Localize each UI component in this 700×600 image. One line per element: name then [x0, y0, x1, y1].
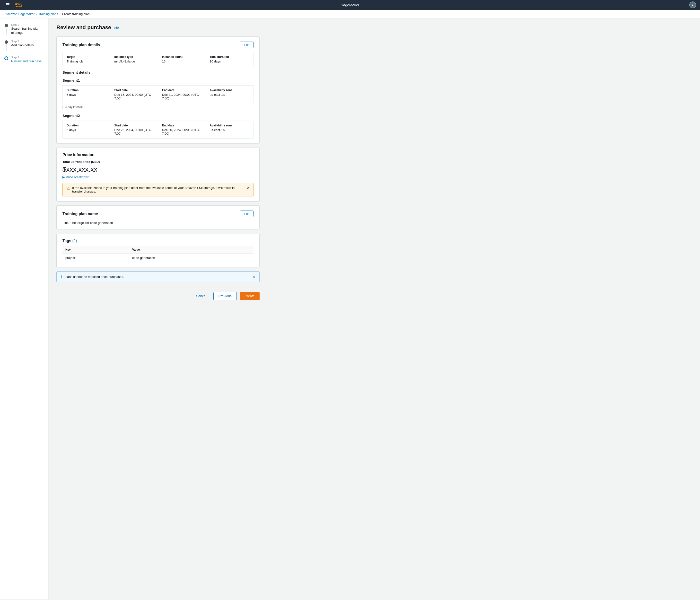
warning-banner: ⚠ If the available zones in your trainin… [62, 183, 253, 196]
step-1-indicator [4, 24, 9, 34]
training-plan-name-header: Training plan name Edit [62, 210, 253, 217]
step-3-label: Step 3 [11, 56, 45, 59]
segment2-start-date-value: Dec 25, 2024, 00:00 (UTC-7:00) [114, 128, 154, 135]
segment1-grid: Duration 5 days Start date Dec 16, 2024,… [62, 85, 253, 103]
segment2-duration-value: 5 days [67, 128, 106, 132]
segment1-start-date-label: Start date [114, 89, 154, 92]
step-2-line [6, 44, 6, 51]
previous-button[interactable]: Previous [214, 292, 237, 300]
footer-actions: Cancel Previous Create [56, 288, 259, 308]
warning-content: ⚠ If the available zones in your trainin… [67, 186, 244, 193]
segment2-end-date-label: End date [162, 124, 202, 127]
price-information-card: Price information Total upfront price (U… [56, 148, 259, 202]
segment2-title: Segment2 [62, 114, 253, 118]
segment1-start-date: Start date Dec 16, 2024, 00:00 (UTC-7:00… [110, 85, 158, 103]
step-3-title: Review and purchase [11, 59, 45, 64]
step-2: Step 2 Add plan details [4, 40, 45, 51]
aws-logo [15, 0, 23, 9]
segment1-start-date-value: Dec 16, 2024, 00:00 (UTC-7:00) [114, 93, 154, 100]
segment1-duration: Duration 5 days [63, 85, 110, 103]
detail-instance-count-value: 16 [162, 59, 202, 63]
price-card-title: Price information [62, 153, 253, 157]
tags-count: (1) [72, 239, 77, 243]
price-breakdown-link[interactable]: ▶ Price breakdown [62, 175, 253, 179]
step-1-text: Step 1 Search training plan offerings [11, 23, 45, 35]
segment2-az-label: Availability zone [210, 124, 249, 127]
training-plan-name-card: Training plan name Edit Fine-tune-large-… [56, 205, 259, 230]
info-banner-close-button[interactable]: ✕ [252, 274, 255, 279]
training-plan-name-edit-button[interactable]: Edit [240, 210, 253, 217]
sidebar: Step 1 Search training plan offerings St… [0, 19, 49, 599]
step-3: Step 3 Review and purchase [4, 56, 45, 64]
detail-target: Target Training job [63, 52, 110, 66]
tag-key-cell: project [62, 254, 129, 262]
detail-total-duration-value: 10 days [210, 59, 249, 63]
detail-instance-count: Instance count 16 [158, 52, 206, 66]
plan-name-value: Fine-tune-large-llm-code-generation [62, 221, 253, 225]
tags-table: Key Value project code-generation [62, 246, 253, 262]
breakdown-label: Price breakdown [66, 175, 90, 179]
breadcrumb-sagemaker[interactable]: Amazon SageMaker [6, 12, 34, 16]
app-title: SageMaker [341, 3, 359, 7]
page-title-row: Review and purchase Info [56, 24, 259, 31]
segment1-end-date: End date Dec 21, 2024, 00:00 (UTC-7:00) [158, 85, 206, 103]
step-3-text: Step 3 Review and purchase [11, 56, 45, 64]
training-plan-details-header: Training plan details Edit [62, 42, 253, 48]
detail-instance-type-label: Instance type [114, 55, 154, 58]
step-3-dot [4, 56, 8, 60]
create-button[interactable]: Create [240, 292, 259, 300]
breadcrumb: Amazon SageMaker › Training plans › Crea… [0, 10, 700, 19]
tags-title-text: Tags [62, 239, 71, 243]
detail-total-duration: Total duration 10 days [206, 52, 253, 66]
warning-icon: ⚠ [67, 186, 70, 191]
training-plan-details-card: Training plan details Edit Target Traini… [56, 36, 259, 144]
info-link[interactable]: Info [114, 26, 119, 29]
detail-instance-count-label: Instance count [162, 55, 202, 58]
segment2-grid: Duration 5 days Start date Dec 25, 2024,… [62, 121, 253, 139]
step-3-indicator [4, 56, 9, 60]
tag-value-cell: code-generation [129, 254, 253, 262]
segment1-duration-value: 5 days [67, 93, 106, 97]
hamburger-button[interactable]: ☰ [4, 1, 12, 8]
step-1: Step 1 Search training plan offerings [4, 23, 45, 35]
segment2-duration: Duration 5 days [63, 121, 110, 139]
training-plan-edit-button[interactable]: Edit [240, 42, 253, 48]
segment1-title: Segment1 [62, 78, 253, 82]
training-plan-details-grid: Target Training job Instance type ml.p5.… [62, 52, 253, 66]
detail-instance-type: Instance type ml.p5.48xlarge [110, 52, 158, 66]
total-price-label: Total upfront price (USD) [62, 160, 253, 164]
tags-title: Tags (1) [62, 239, 253, 243]
segment2-az-value: us-east-1b [210, 128, 249, 132]
warning-close-button[interactable]: ✕ [246, 186, 249, 191]
step-2-dot [5, 40, 8, 44]
step-2-label: Step 2 [11, 40, 45, 43]
segment1-duration-label: Duration [67, 89, 106, 92]
step-2-indicator [4, 40, 9, 51]
page-title: Review and purchase [56, 24, 111, 31]
detail-target-label: Target [67, 55, 106, 58]
segment2-start-date-label: Start date [114, 124, 154, 127]
user-icon[interactable]: ● [689, 1, 696, 8]
tags-key-header: Key [62, 246, 129, 254]
warning-text: If the available zones in your training … [72, 186, 244, 193]
info-banner-text: Plans cannot be modified once purchased. [65, 275, 124, 279]
segment1-interval-note: 4-day interval [62, 105, 253, 109]
tags-value-header: Value [129, 246, 253, 254]
step-2-text: Step 2 Add plan details [11, 40, 45, 47]
segment2-end-date: End date Dec 30, 2024, 00:00 (UTC-7:00) [158, 121, 206, 139]
info-icon: ℹ [60, 275, 62, 279]
price-amount: $xxx,xxx.xx [62, 166, 253, 173]
step-1-line [6, 28, 6, 34]
detail-total-duration-label: Total duration [210, 55, 249, 58]
segment2-end-date-value: Dec 30, 2024, 00:00 (UTC-7:00) [162, 128, 202, 135]
segment1-az: Availability zone us-east-1a [206, 85, 253, 103]
segment1-end-date-label: End date [162, 89, 202, 92]
step-1-dot [5, 24, 8, 27]
detail-target-value: Training job [67, 59, 106, 63]
breadcrumb-training-plans[interactable]: Training plans [39, 12, 58, 16]
breadcrumb-current: Create training plan [62, 12, 90, 16]
cancel-button[interactable]: Cancel [192, 292, 210, 300]
segment1-az-value: us-east-1a [210, 93, 249, 97]
info-banner-content: ℹ Plans cannot be modified once purchase… [60, 275, 124, 279]
step-2-title: Add plan details [11, 43, 45, 47]
